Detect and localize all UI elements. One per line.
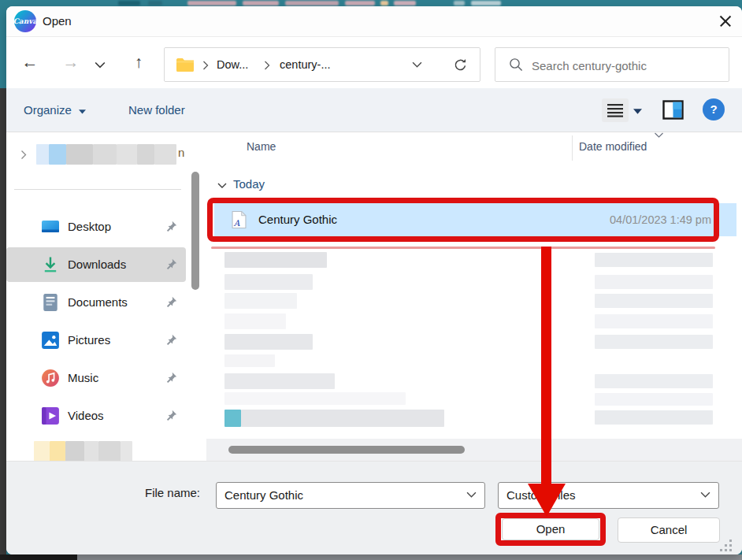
videos-icon — [41, 406, 60, 425]
breadcrumb-downloads[interactable]: Dow... — [217, 48, 248, 81]
sidebar-item-videos[interactable]: Videos — [6, 399, 186, 433]
forward-button[interactable]: → — [60, 51, 82, 73]
address-bar[interactable]: Dow... century-... — [164, 47, 480, 82]
title-bar: Canva Open — [6, 6, 742, 37]
dialog-footer: File name: Century Gothic Custom Files O… — [6, 461, 742, 554]
search-input[interactable] — [530, 49, 722, 82]
file-name-combobox[interactable]: Century Gothic — [216, 482, 485, 509]
resize-grip-icon[interactable] — [720, 539, 734, 553]
sidebar-item-desktop[interactable]: Desktop — [6, 210, 186, 244]
refresh-icon[interactable] — [453, 57, 468, 72]
dialog-content: n Desktop — [6, 132, 742, 461]
horizontal-scrollbar-track[interactable] — [206, 439, 742, 461]
music-icon — [41, 369, 60, 388]
desktop-icon — [41, 217, 60, 236]
column-header-date-modified[interactable]: Date modified — [579, 140, 647, 153]
chevron-right-icon — [202, 61, 209, 70]
documents-icon — [41, 293, 60, 312]
font-file-icon: A — [232, 210, 247, 229]
sidebar-divider — [14, 189, 181, 190]
help-button[interactable]: ? — [703, 98, 725, 121]
pictures-icon — [41, 331, 60, 350]
file-name-value: Century Gothic — [224, 483, 303, 508]
file-name: Century Gothic — [258, 203, 337, 236]
column-header-name[interactable]: Name — [247, 140, 276, 153]
background-app-bottom-strip — [77, 554, 742, 560]
group-label-today[interactable]: Today — [233, 177, 265, 191]
file-list: Name Date modified Today A Century Gothi… — [206, 132, 742, 461]
back-button[interactable]: ← — [19, 51, 41, 73]
chevron-right-icon — [20, 150, 27, 160]
sidebar-item-pictures[interactable]: Pictures — [6, 323, 186, 358]
navigation-bar: ← → ↑ Dow... century-... — [6, 37, 742, 88]
up-button[interactable]: ↑ — [128, 51, 150, 73]
column-divider[interactable] — [572, 135, 573, 161]
annotation-arrow-head — [528, 484, 566, 517]
window-title: Open — [43, 6, 72, 36]
file-date-modified: 04/01/2023 1:49 pm — [610, 203, 711, 236]
tree-item-redacted[interactable]: n — [6, 142, 186, 167]
chevron-down-icon — [700, 491, 710, 499]
chevron-down-icon — [95, 61, 106, 69]
cancel-button[interactable]: Cancel — [618, 517, 720, 543]
annotation-underline — [211, 247, 715, 249]
preview-pane-icon[interactable] — [662, 100, 684, 120]
horizontal-scrollbar-thumb[interactable] — [228, 446, 465, 454]
annotation-arrow-shaft — [541, 247, 551, 485]
background-app-left-strip — [0, 88, 6, 560]
pin-icon — [165, 372, 177, 384]
sidebar-item-music[interactable]: Music — [6, 361, 186, 395]
help-icon: ? — [710, 102, 717, 116]
background-app-bottom-strip-dark — [0, 554, 77, 560]
sidebar-scrollbar[interactable] — [191, 172, 199, 290]
background-app-top-strip — [0, 0, 742, 6]
command-toolbar: Organize New folder ? — [6, 88, 742, 132]
navigation-sidebar: n Desktop — [6, 132, 186, 461]
address-dropdown-icon[interactable] — [412, 61, 422, 69]
sidebar-item-documents[interactable]: Documents — [6, 285, 186, 320]
pin-icon — [165, 296, 177, 308]
chevron-down-icon — [466, 491, 477, 499]
recent-locations-button[interactable] — [95, 58, 106, 72]
close-button[interactable] — [712, 9, 739, 33]
sidebar-item-redacted — [6, 441, 186, 463]
canva-logo-icon: Canva — [14, 10, 36, 32]
folder-icon — [176, 57, 195, 72]
file-name-label: File name: — [82, 486, 200, 499]
list-view-icon — [607, 103, 623, 117]
group-chevron-icon[interactable] — [217, 183, 227, 189]
chevron-down-icon — [79, 109, 86, 114]
sort-chevron-icon[interactable] — [654, 132, 664, 139]
downloads-icon — [41, 255, 60, 274]
tree-item-trailing-text: n — [178, 146, 184, 159]
view-mode-button[interactable] — [602, 98, 629, 122]
breadcrumb-century-gothic[interactable]: century-... — [280, 48, 330, 81]
pin-icon — [165, 221, 177, 232]
open-dialog: Canva Open ← → ↑ Dow... century-... — [6, 6, 742, 554]
chevron-right-icon — [264, 61, 270, 70]
svg-text:A: A — [233, 218, 240, 228]
pin-icon — [165, 258, 177, 270]
pin-icon — [165, 334, 177, 346]
new-folder-button[interactable]: New folder — [128, 88, 185, 132]
search-icon — [508, 57, 524, 72]
view-mode-dropdown-icon[interactable] — [633, 108, 642, 114]
organize-menu[interactable]: Organize — [24, 88, 86, 132]
open-button[interactable]: Open — [502, 518, 599, 540]
file-row-century-gothic[interactable]: A Century Gothic 04/01/2023 1:49 pm — [214, 203, 736, 236]
search-box[interactable] — [495, 47, 729, 82]
sidebar-item-downloads[interactable]: Downloads — [6, 247, 186, 282]
pin-icon — [165, 410, 177, 421]
screen: Canva Open ← → ↑ Dow... century-... — [0, 0, 742, 560]
